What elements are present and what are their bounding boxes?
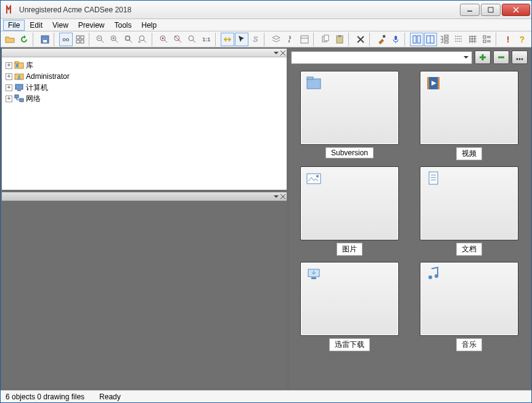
- open-folder-icon[interactable]: [3, 33, 17, 46]
- folder-item-pictures[interactable]: 图片: [295, 166, 404, 256]
- close-button[interactable]: [502, 4, 530, 16]
- svg-rect-45: [444, 41, 448, 43]
- menu-edit[interactable]: Edit: [25, 20, 47, 31]
- menu-view[interactable]: View: [47, 20, 73, 31]
- svg-rect-70: [15, 95, 18, 98]
- menu-preview[interactable]: Preview: [73, 20, 110, 31]
- tree-item-administrator[interactable]: Administrator: [4, 71, 284, 82]
- pointer-icon[interactable]: [235, 33, 248, 46]
- zoom-dynamic-icon[interactable]: [136, 33, 150, 46]
- svg-rect-38: [395, 36, 397, 40]
- menu-file[interactable]: File: [3, 20, 25, 31]
- body: 库 Administrator 计算机: [1, 47, 531, 390]
- tree-item-computer[interactable]: 计算机: [4, 82, 284, 93]
- zoom-11-button[interactable]: 1:1: [200, 33, 213, 46]
- list-icon[interactable]: [452, 33, 465, 46]
- tree-item-libraries[interactable]: 库: [4, 60, 284, 71]
- thumb-label: 音乐: [456, 338, 482, 351]
- minimize-button[interactable]: [460, 4, 480, 16]
- tree-label: 网络: [26, 94, 41, 104]
- pictures-icon: [306, 171, 322, 187]
- svg-line-11: [101, 40, 104, 43]
- detail-icon[interactable]: [480, 33, 494, 46]
- folder-item-music[interactable]: 音乐: [414, 262, 524, 351]
- folder-item-downloads[interactable]: 迅雷下载: [295, 262, 404, 351]
- svg-rect-58: [483, 40, 486, 43]
- svg-line-18: [129, 40, 132, 43]
- svg-rect-5: [43, 40, 47, 43]
- expand-icon[interactable]: [6, 84, 12, 91]
- svg-point-67: [18, 75, 20, 78]
- maximize-button[interactable]: [481, 4, 501, 16]
- boxed-2-icon[interactable]: [424, 33, 438, 46]
- folder-item-documents[interactable]: 文档: [414, 166, 524, 256]
- tree-item-network[interactable]: 网络: [4, 93, 284, 104]
- arrows-icon[interactable]: [221, 33, 234, 46]
- computer-icon: [14, 83, 24, 92]
- expand-icon[interactable]: [6, 73, 12, 80]
- tree-label: 计算机: [26, 83, 48, 93]
- svg-rect-84: [438, 77, 440, 89]
- panel-close-icon[interactable]: [280, 51, 285, 55]
- s-button[interactable]: S: [249, 33, 263, 46]
- svg-rect-64: [15, 62, 18, 63]
- add-button[interactable]: [475, 51, 491, 64]
- remove-button[interactable]: [493, 51, 509, 64]
- thumbnail-mode-icon[interactable]: [73, 33, 87, 46]
- separator: [152, 33, 155, 46]
- panel-menu-icon[interactable]: [274, 51, 279, 55]
- panel-menu-icon[interactable]: [274, 194, 279, 199]
- statusbar: 6 objects 0 drawing files Ready: [1, 390, 531, 402]
- help-icon[interactable]: ?: [515, 33, 529, 46]
- svg-point-78: [519, 59, 521, 60]
- more-button[interactable]: [512, 51, 528, 64]
- folder-item-subversion[interactable]: Subversion: [295, 71, 404, 160]
- path-combo[interactable]: [291, 51, 472, 64]
- info-icon[interactable]: [284, 33, 297, 46]
- svg-rect-44: [444, 38, 448, 40]
- paste-icon[interactable]: [333, 33, 346, 46]
- zoom-in-icon[interactable]: [108, 33, 121, 46]
- separator: [313, 33, 317, 46]
- zoom-extents-icon[interactable]: [157, 33, 171, 46]
- svg-rect-85: [307, 174, 321, 184]
- svg-rect-81: [307, 77, 313, 79]
- panel-header: [2, 192, 287, 201]
- hammer-icon[interactable]: [375, 33, 388, 46]
- svg-rect-55: [483, 36, 486, 38]
- zoom-all-icon[interactable]: [171, 33, 185, 46]
- folder-tree[interactable]: 库 Administrator 计算机: [2, 57, 287, 107]
- expand-icon[interactable]: [6, 62, 12, 69]
- folder-item-videos[interactable]: 视频: [414, 71, 524, 160]
- svg-rect-40: [417, 36, 420, 43]
- zoom-out-icon[interactable]: [94, 33, 107, 46]
- grid-small-icon[interactable]: [466, 33, 480, 46]
- menu-tools[interactable]: Tools: [110, 20, 137, 31]
- save-icon[interactable]: [38, 33, 52, 46]
- chevron-down-icon[interactable]: [461, 53, 470, 62]
- svg-rect-68: [15, 84, 23, 89]
- zoom-window-icon[interactable]: [122, 33, 136, 46]
- warning-icon[interactable]: !: [501, 33, 515, 46]
- menu-help[interactable]: Help: [137, 20, 162, 31]
- copy-icon[interactable]: [319, 33, 332, 46]
- panel-close-icon[interactable]: [280, 194, 285, 199]
- delete-icon[interactable]: [354, 33, 367, 46]
- app-icon: [6, 5, 15, 15]
- thumb-label: 图片: [337, 243, 362, 256]
- tree-view-icon[interactable]: [438, 33, 451, 46]
- refresh-icon[interactable]: [17, 33, 31, 46]
- layout-icon[interactable]: [298, 33, 311, 46]
- layers-icon[interactable]: [269, 33, 283, 46]
- panel-header: [2, 49, 287, 57]
- left-column: 库 Administrator 计算机: [1, 47, 288, 390]
- thumb-label: 视频: [456, 147, 482, 160]
- expand-icon[interactable]: [6, 96, 12, 102]
- oo-button[interactable]: oo: [59, 33, 73, 46]
- thumbnail-grid[interactable]: Subversion 视频 图片 文档 迅雷下载: [289, 66, 530, 389]
- mic-icon[interactable]: [389, 33, 403, 46]
- zoom-prev-icon[interactable]: [186, 33, 199, 46]
- svg-rect-19: [126, 36, 129, 40]
- boxed-1-icon[interactable]: [410, 33, 424, 46]
- thumb-label: Subversion: [325, 147, 374, 158]
